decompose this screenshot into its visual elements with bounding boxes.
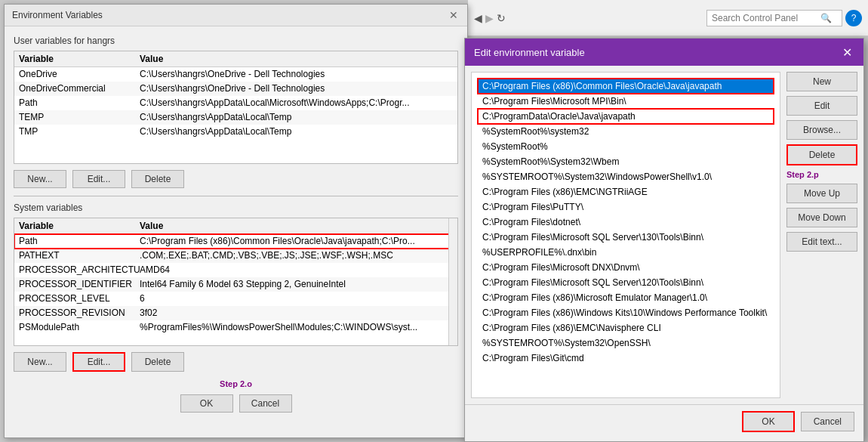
sys-new-btn[interactable]: New... (14, 352, 66, 372)
edit-delete-btn[interactable]: Delete (786, 144, 857, 165)
edit-bottom-buttons: OK Cancel (465, 404, 863, 438)
edit-new-btn[interactable]: New (786, 72, 857, 91)
edit-ok-btn[interactable]: OK (742, 411, 794, 432)
list-item[interactable]: %SystemRoot%\system32 (478, 124, 774, 139)
sys-val-col-header: Value (140, 221, 453, 231)
table-row[interactable]: Path C:\Users\hangrs\AppData\Local\Micro… (14, 96, 457, 110)
step2p-label: Step 2.p (786, 170, 819, 179)
refresh-icon[interactable]: ↻ (497, 12, 506, 24)
list-item[interactable]: %SYSTEMROOT%\System32\OpenSSH\ (478, 335, 774, 351)
edit-env-window: Edit environment variable ✕ C:\Program F… (464, 38, 864, 442)
table-row[interactable]: OneDriveCommercial C:\Users\hangrs\OneDr… (14, 82, 457, 96)
user-vars-body: OneDrive C:\Users\hangrs\OneDrive - Dell… (14, 67, 457, 143)
edit-titlebar: Edit environment variable ✕ (465, 39, 863, 66)
user-vars-header: Variable Value (14, 51, 457, 67)
env-variables-window: Environment Variables ✕ User variables f… (4, 4, 468, 438)
system-vars-buttons: New... Edit... Delete (14, 352, 458, 372)
edit-close-button[interactable]: ✕ (839, 45, 854, 60)
table-row[interactable]: TMP C:\Users\hangrs\AppData\Local\Temp (14, 125, 457, 139)
edit-path-list[interactable]: C:\Program Files (x86)\Common Files\Orac… (471, 72, 780, 398)
help-button[interactable]: ? (845, 10, 862, 26)
edit-content-area: C:\Program Files (x86)\Common Files\Orac… (465, 66, 863, 404)
sys-var-col-header: Variable (19, 221, 140, 231)
env-window-titlebar: Environment Variables ✕ (5, 5, 467, 26)
list-item[interactable]: C:\Program Files\PuTTY\ (478, 199, 774, 215)
table-row[interactable]: PROCESSOR_ARCHITECTURE AMD64 (14, 263, 457, 277)
system-vars-header: Variable Value (14, 218, 457, 234)
list-item[interactable]: C:\Program Files\Git\cmd (478, 351, 774, 366)
table-row[interactable]: PROCESSOR_LEVEL 6 (14, 292, 457, 306)
system-vars-table: Variable Value Path C:\Program Files (x8… (14, 218, 458, 346)
edit-text-btn[interactable]: Edit text... (786, 232, 857, 252)
list-item[interactable]: C:\Program Files\Microsoft SQL Server\12… (478, 275, 774, 290)
user-var-col-header: Variable (19, 54, 140, 64)
back-icon[interactable]: ◀ (474, 12, 482, 24)
edit-move-down-btn[interactable]: Move Down (786, 208, 857, 227)
env-ok-btn[interactable]: OK (180, 394, 233, 413)
edit-move-up-btn[interactable]: Move Up (786, 184, 857, 203)
user-vars-section: User variables for hangrs Variable Value… (14, 36, 458, 188)
section-divider (14, 196, 458, 196)
table-row[interactable]: TEMP C:\Users\hangrs\AppData\Local\Temp (14, 110, 457, 125)
system-vars-section: System variables Variable Value Path C:\… (14, 202, 458, 388)
env-window-content: User variables for hangrs Variable Value… (5, 26, 467, 422)
edit-action-buttons: New Edit Browse... Delete Step 2.p Move … (780, 66, 863, 404)
search-box[interactable]: 🔍 (706, 10, 842, 26)
edit-window-title: Edit environment variable (474, 47, 585, 58)
list-item[interactable]: %SystemRoot% (478, 139, 774, 154)
list-item[interactable]: C:\Program Files (x86)\Windows Kits\10\W… (478, 305, 774, 320)
list-item[interactable]: C:\Program Files (x86)\Microsoft Emulato… (478, 290, 774, 305)
user-edit-btn[interactable]: Edit... (72, 170, 125, 188)
table-row[interactable]: PROCESSOR_REVISION 3f02 (14, 306, 457, 320)
list-item[interactable]: C:\Program Files (x86)\EMC\Navisphere CL… (478, 320, 774, 335)
system-vars-body: Path C:\Program Files (x86)\Common Files… (14, 234, 457, 335)
table-row[interactable]: OneDrive C:\Users\hangrs\OneDrive - Dell… (14, 67, 457, 82)
user-vars-label: User variables for hangrs (14, 36, 458, 46)
user-new-btn[interactable]: New... (14, 170, 66, 188)
edit-edit-btn[interactable]: Edit (786, 96, 857, 116)
edit-browse-btn[interactable]: Browse... (786, 120, 857, 140)
user-vars-table: Variable Value OneDrive C:\Users\hangrs\… (14, 51, 458, 164)
env-cancel-btn[interactable]: Cancel (239, 394, 292, 413)
env-bottom-buttons: OK Cancel (14, 394, 458, 413)
control-panel-bar: ◀ ▶ ↻ 🔍 ? (468, 0, 868, 36)
forward-icon[interactable]: ▶ (485, 12, 494, 24)
list-item[interactable]: %SYSTEMROOT%\System32\WindowsPowerShell\… (478, 169, 774, 184)
search-icon: 🔍 (820, 13, 832, 23)
sys-delete-btn[interactable]: Delete (131, 352, 184, 372)
list-item[interactable]: C:\Program Files\Microsoft MPI\Bin\ (478, 94, 774, 109)
list-item[interactable]: C:\Program Files\dotnet\ (478, 215, 774, 230)
step2o-label: Step 2.o (14, 379, 458, 388)
list-item[interactable]: C:\Program Files\Microsoft DNX\Dnvm\ (478, 260, 774, 275)
list-item[interactable]: %SystemRoot%\System32\Wbem (478, 154, 774, 169)
user-val-col-header: Value (140, 54, 453, 64)
list-item[interactable]: C:\ProgramData\Oracle\Java\javapath (478, 109, 774, 124)
user-vars-buttons: New... Edit... Delete (14, 170, 458, 188)
search-input[interactable] (712, 13, 817, 23)
list-item[interactable]: C:\Program Files (x86)\Common Files\Orac… (478, 79, 774, 94)
list-item[interactable]: C:\Program Files (x86)\EMC\NGTRiiAGE (478, 184, 774, 199)
table-row[interactable]: PSModulePath %ProgramFiles%\WindowsPower… (14, 320, 457, 335)
edit-window-body: C:\Program Files (x86)\Common Files\Orac… (465, 66, 863, 438)
user-delete-btn[interactable]: Delete (131, 170, 184, 188)
system-vars-label: System variables (14, 202, 458, 213)
edit-cancel-btn[interactable]: Cancel (801, 412, 854, 431)
table-row[interactable]: Path C:\Program Files (x86)\Common Files… (14, 234, 457, 249)
sys-edit-btn[interactable]: Edit... (72, 352, 125, 372)
address-bar: ◀ ▶ ↻ (474, 12, 703, 24)
list-item[interactable]: C:\Program Files\Microsoft SQL Server\13… (478, 230, 774, 245)
env-close-button[interactable]: ✕ (448, 9, 460, 21)
scrollbar[interactable] (448, 218, 457, 345)
table-row[interactable]: PROCESSOR_IDENTIFIER Intel64 Family 6 Mo… (14, 277, 457, 292)
list-item[interactable]: %USERPROFILE%\.dnx\bin (478, 245, 774, 260)
table-row[interactable]: PATHEXT .COM;.EXE;.BAT;.CMD;.VBS;.VBE;.J… (14, 249, 457, 263)
env-window-title: Environment Variables (12, 10, 103, 20)
